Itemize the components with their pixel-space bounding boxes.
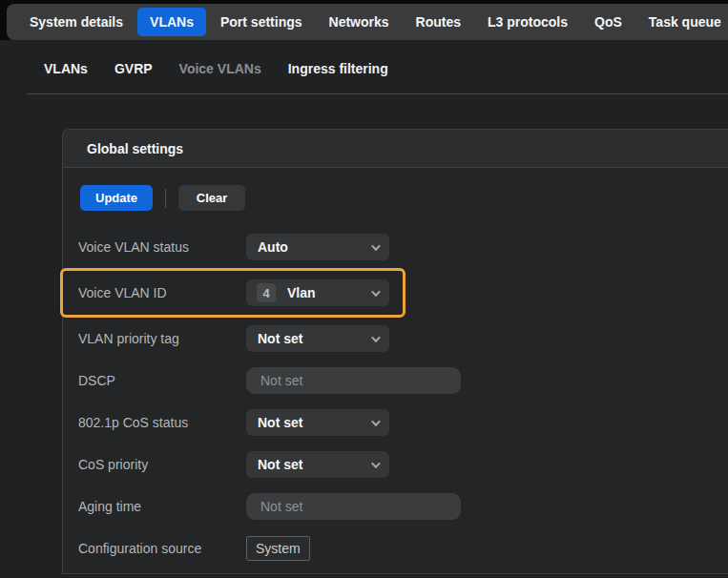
- field-label: Configuration source: [78, 541, 246, 556]
- chevron-down-icon: [371, 287, 381, 297]
- clear-button[interactable]: Clear: [178, 185, 245, 211]
- form-row-cos-priority: CoS priority Not set: [78, 444, 728, 485]
- form-row-cos-status: 802.1p CoS status Not set: [78, 402, 728, 444]
- field-label: CoS priority: [78, 457, 246, 472]
- nav-item-l3-protocols[interactable]: L3 protocols: [475, 8, 580, 36]
- chevron-down-icon: [371, 459, 381, 468]
- field-label: VLAN priority tag: [78, 331, 246, 346]
- voice-vlan-id-highlight-box: Voice VLAN ID 4 Vlan: [60, 268, 406, 318]
- form-row-voice-vlan-status: Voice VLAN status Auto: [78, 226, 728, 268]
- form-row-aging-time: Aging time: [78, 485, 728, 527]
- panel-body: Update Clear Voice VLAN status Auto Voic…: [63, 168, 728, 573]
- nav-item-port-settings[interactable]: Port settings: [208, 8, 315, 36]
- cos-priority-select[interactable]: Not set: [246, 451, 389, 478]
- selected-value: Not set: [258, 415, 371, 430]
- selected-value: Not set: [258, 331, 371, 346]
- chevron-down-icon: [371, 417, 381, 426]
- nav-item-routes[interactable]: Routes: [404, 8, 473, 36]
- action-button-row: Update Clear: [78, 185, 728, 211]
- form-row-configuration-source: Configuration source System: [78, 527, 728, 569]
- field-label: Voice VLAN ID: [78, 285, 246, 300]
- chevron-down-icon: [371, 333, 381, 342]
- tab-ingress-filtering[interactable]: Ingress filtering: [288, 61, 388, 76]
- field-label: Voice VLAN status: [78, 239, 246, 255]
- tab-gvrp[interactable]: GVRP: [114, 61, 153, 76]
- field-label: Aging time: [78, 499, 246, 514]
- voice-vlan-id-select[interactable]: 4 Vlan: [246, 279, 389, 306]
- cos-status-select[interactable]: Not set: [246, 409, 389, 436]
- tab-voice-vlans[interactable]: Voice VLANs: [179, 61, 261, 76]
- form-row-dscp: DSCP: [78, 360, 728, 402]
- form-row-vlan-priority-tag: VLAN priority tag Not set: [78, 318, 728, 360]
- update-button[interactable]: Update: [80, 185, 153, 211]
- nav-item-task-queue[interactable]: Task queue: [636, 8, 728, 36]
- dscp-input[interactable]: [246, 367, 461, 394]
- selected-value: Auto: [258, 239, 371, 255]
- chevron-down-icon: [371, 241, 381, 251]
- global-settings-panel: Global settings Update Clear Voice VLAN …: [62, 129, 728, 574]
- nav-item-system-details[interactable]: System details: [17, 8, 135, 36]
- tab-bar-divider: [27, 93, 728, 94]
- aging-time-input[interactable]: [246, 493, 461, 520]
- configuration-source-value: System: [246, 536, 310, 561]
- selected-value: Vlan: [287, 285, 371, 300]
- top-nav-area: System details VLANs Port settings Netwo…: [0, 0, 728, 40]
- vlan-id-badge: 4: [257, 283, 276, 302]
- top-nav-bar: System details VLANs Port settings Netwo…: [7, 4, 728, 40]
- secondary-tab-bar: VLANs GVRP Voice VLANs Ingress filtering: [0, 40, 728, 93]
- field-label: 802.1p CoS status: [78, 415, 246, 430]
- vlan-priority-tag-select[interactable]: Not set: [246, 325, 389, 352]
- nav-item-vlans[interactable]: VLANs: [137, 8, 206, 36]
- form-row-voice-vlan-id: Voice VLAN ID 4 Vlan: [78, 268, 728, 318]
- panel-header: Global settings: [63, 130, 728, 168]
- panel-title: Global settings: [87, 141, 183, 156]
- selected-value: Not set: [258, 457, 371, 472]
- button-separator: [165, 189, 166, 208]
- voice-vlan-status-select[interactable]: Auto: [246, 234, 389, 260]
- nav-item-qos[interactable]: QoS: [582, 8, 634, 36]
- field-label: DSCP: [78, 373, 246, 388]
- nav-item-networks[interactable]: Networks: [317, 8, 402, 36]
- tab-vlans[interactable]: VLANs: [44, 61, 88, 76]
